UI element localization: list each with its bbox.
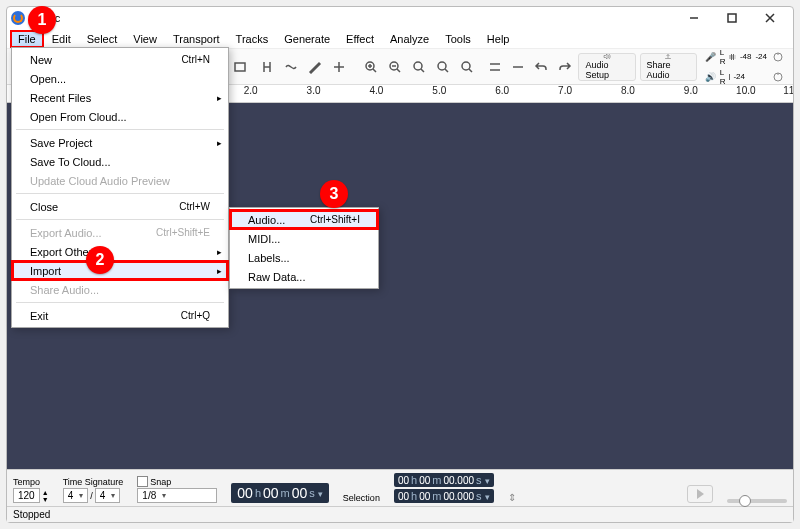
menu-generate[interactable]: Generate	[277, 31, 337, 47]
selection-start[interactable]: 00h 00m 00.000s	[394, 473, 494, 487]
zoom-in-icon[interactable]	[360, 56, 382, 78]
ruler-tick: 10.0	[736, 85, 755, 96]
loop-button[interactable]	[230, 56, 249, 78]
timesig-label: Time Signature	[63, 477, 124, 487]
ruler-tick: 9.0	[684, 85, 698, 96]
silence-icon[interactable]	[509, 56, 528, 78]
maximize-button[interactable]	[713, 7, 751, 29]
selection-label: Selection	[343, 493, 380, 503]
import-raw[interactable]: Raw Data...	[230, 267, 378, 286]
svg-rect-1	[235, 63, 245, 71]
ruler-tick: 11.0	[783, 85, 793, 96]
menu-open-from-cloud[interactable]: Open From Cloud...	[12, 107, 228, 126]
menu-tools[interactable]: Tools	[438, 31, 478, 47]
tempo-label: Tempo	[13, 477, 49, 487]
import-midi[interactable]: MIDI...	[230, 229, 378, 248]
menu-help[interactable]: Help	[480, 31, 517, 47]
meter-area: 🎤 LR -48 -24 🔊 LR -24	[701, 46, 789, 88]
meter-tick: -24	[733, 72, 745, 81]
callout-3: 3	[320, 180, 348, 208]
menu-open[interactable]: Open...	[12, 69, 228, 88]
menu-close[interactable]: CloseCtrl+W	[12, 197, 228, 216]
menu-export-other[interactable]: Export Other	[12, 242, 228, 261]
play-at-speed-button[interactable]	[687, 485, 713, 503]
speaker-icon	[600, 54, 614, 59]
ruler-tick: 3.0	[307, 85, 321, 96]
menu-import[interactable]: Import	[12, 261, 228, 280]
menu-transport[interactable]: Transport	[166, 31, 227, 47]
share-audio-button[interactable]: Share Audio	[640, 53, 697, 81]
snap-checkbox[interactable]	[137, 476, 148, 487]
menu-update-cloud: Update Cloud Audio Preview	[12, 171, 228, 190]
timesig-numerator[interactable]: 4	[63, 488, 89, 503]
zoom-toggle-icon[interactable]	[456, 56, 478, 78]
mic-icon[interactable]: 🎤	[705, 52, 716, 62]
fit-selection-icon[interactable]	[408, 56, 430, 78]
undo-icon[interactable]	[532, 56, 551, 78]
import-audio[interactable]: Audio...Ctrl+Shift+I	[230, 210, 378, 229]
trim-icon[interactable]	[485, 56, 504, 78]
menu-analyze[interactable]: Analyze	[383, 31, 436, 47]
status-text: Stopped	[13, 509, 50, 520]
timesig-field: Time Signature 4 / 4	[63, 477, 124, 503]
speaker-out-icon[interactable]: 🔊	[705, 72, 716, 82]
ruler-tick: 5.0	[432, 85, 446, 96]
edit-tools	[253, 53, 353, 81]
callout-2: 2	[86, 246, 114, 274]
meter-tick: -48	[740, 52, 752, 61]
position-time[interactable]: 00h 00m 00s	[231, 483, 329, 503]
menu-share-audio: Share Audio...	[12, 280, 228, 299]
audio-setup-button[interactable]: Audio Setup	[578, 53, 635, 81]
audio-setup-label: Audio Setup	[585, 60, 628, 80]
minimize-button[interactable]	[675, 7, 713, 29]
share-icon	[661, 54, 675, 59]
share-audio-label: Share Audio	[647, 60, 690, 80]
tempo-spinner[interactable]: ▲▼	[42, 489, 49, 503]
ruler-tick: 4.0	[369, 85, 383, 96]
menu-new[interactable]: NewCtrl+N	[12, 50, 228, 69]
window-title: Audac	[29, 12, 675, 24]
timesig-denominator[interactable]: 4	[95, 488, 121, 503]
selection-end[interactable]: 00h 00m 00.000s	[394, 489, 494, 503]
menu-save-to-cloud[interactable]: Save To Cloud...	[12, 152, 228, 171]
file-menu-dropdown: NewCtrl+N Open... Recent Files Open From…	[11, 47, 229, 328]
multi-tool-icon[interactable]	[328, 56, 350, 78]
menu-recent-files[interactable]: Recent Files	[12, 88, 228, 107]
selection-mode-icon[interactable]: ⇕	[508, 492, 516, 503]
svg-point-4	[414, 62, 422, 70]
menu-save-project[interactable]: Save Project	[12, 133, 228, 152]
titlebar: Audac	[7, 7, 793, 29]
menu-effect[interactable]: Effect	[339, 31, 381, 47]
menu-view[interactable]: View	[126, 31, 164, 47]
menu-edit[interactable]: Edit	[45, 31, 78, 47]
menu-export-audio: Export Audio...Ctrl+Shift+E	[12, 223, 228, 242]
record-meter[interactable]	[729, 55, 735, 59]
svg-point-6	[462, 62, 470, 70]
ruler-tick: 7.0	[558, 85, 572, 96]
tempo-input[interactable]: 120	[13, 488, 40, 503]
menu-tracks[interactable]: Tracks	[229, 31, 276, 47]
draw-tool-icon[interactable]	[304, 56, 326, 78]
menu-select[interactable]: Select	[80, 31, 125, 47]
fit-project-icon[interactable]	[432, 56, 454, 78]
close-button[interactable]	[751, 7, 789, 29]
svg-point-5	[438, 62, 446, 70]
app-window: Audac File Edit Select View Transport Tr…	[6, 6, 794, 523]
snap-combo[interactable]: 1/8	[137, 488, 217, 503]
meter-tick: -24	[755, 52, 767, 61]
import-labels[interactable]: Labels...	[230, 248, 378, 267]
meter-reset-icon[interactable]	[771, 70, 785, 84]
zoom-out-icon[interactable]	[384, 56, 406, 78]
redo-icon[interactable]	[555, 56, 574, 78]
callout-1: 1	[28, 6, 56, 34]
ruler-tick: 2.0	[244, 85, 258, 96]
selection-tool-icon[interactable]	[256, 56, 278, 78]
menu-exit[interactable]: ExitCtrl+Q	[12, 306, 228, 325]
snap-field: Snap 1/8	[137, 476, 217, 503]
meter-reset-icon[interactable]	[771, 50, 785, 64]
menubar: File Edit Select View Transport Tracks G…	[7, 29, 793, 49]
envelope-tool-icon[interactable]	[280, 56, 302, 78]
selection-field: Selection	[343, 493, 380, 503]
snap-label: Snap	[150, 477, 171, 487]
playback-speed-slider[interactable]	[727, 499, 787, 503]
